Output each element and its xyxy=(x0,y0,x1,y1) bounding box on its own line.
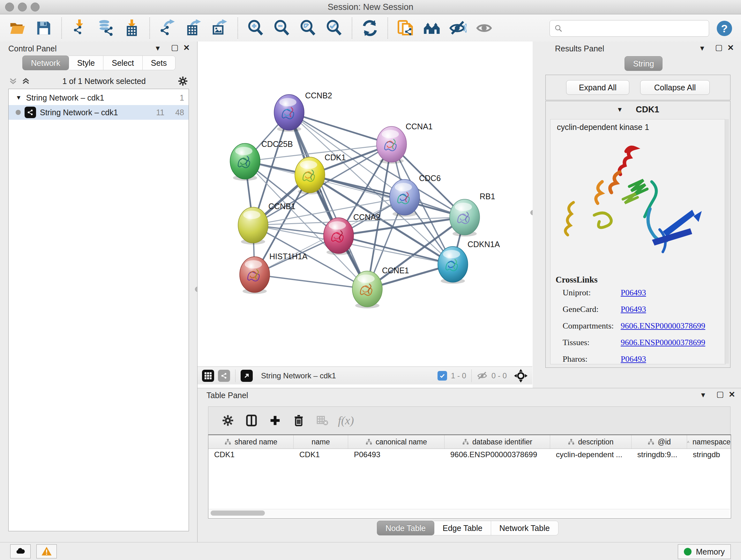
import-network-button[interactable] xyxy=(66,18,92,38)
export-network-button[interactable] xyxy=(154,18,181,38)
node-CCNB1[interactable]: CCNB1 xyxy=(238,202,295,245)
save-session-button[interactable] xyxy=(30,18,57,38)
results-panel-close-icon[interactable]: ✕ xyxy=(727,43,734,52)
crosslink-label: Uniprot: xyxy=(562,288,621,298)
column-header-namespace[interactable]: namespace xyxy=(687,435,731,449)
table-options-gear-icon[interactable] xyxy=(216,410,240,431)
edge-CCNB2-CCNA1[interactable] xyxy=(289,112,392,144)
crosslink-value[interactable]: 9606.ENSP00000378699 xyxy=(621,338,705,348)
crosslink-label: GeneCard: xyxy=(562,305,621,314)
function-builder-icon: f(x) xyxy=(334,410,358,431)
zoom-fit-button[interactable] xyxy=(295,18,321,38)
search-box[interactable] xyxy=(549,20,709,37)
crosslink-value[interactable]: P06493 xyxy=(621,354,646,364)
zoom-out-button[interactable] xyxy=(269,18,295,38)
zoom-selected-icon xyxy=(326,19,343,37)
create-column-icon[interactable] xyxy=(263,410,287,431)
tab-network-table[interactable]: Network Table xyxy=(491,521,558,536)
column-header-id[interactable]: @id xyxy=(631,435,687,449)
table-panel-close-icon[interactable]: ✕ xyxy=(729,390,735,399)
delete-column-trash-icon[interactable] xyxy=(287,410,311,431)
network-options-gear-icon[interactable] xyxy=(178,76,188,86)
grid-view-icon[interactable] xyxy=(202,370,214,382)
results-panel-menu-icon[interactable]: ▾ xyxy=(700,44,704,53)
tab-edge-table[interactable]: Edge Table xyxy=(434,521,491,536)
expand-all-icon[interactable] xyxy=(21,76,30,86)
table-row[interactable]: CDK1CDK1P064939606.ENSP00000378699cyclin… xyxy=(208,449,731,462)
table-panel-float-icon[interactable]: ▢ xyxy=(717,389,724,399)
network-row[interactable]: String Network – cdk1 11 48 xyxy=(9,105,189,120)
results-panel-float-icon[interactable]: ▢ xyxy=(715,43,723,52)
tab-sets[interactable]: Sets xyxy=(143,56,176,70)
crosslink-value[interactable]: 9606.ENSP00000378699 xyxy=(621,321,705,331)
control-panel-float-icon[interactable]: ▢ xyxy=(171,43,179,52)
open-session-button[interactable] xyxy=(4,18,30,38)
crosslink-value[interactable]: P06493 xyxy=(621,305,646,314)
node-label-CCNB1: CCNB1 xyxy=(268,202,295,211)
crosslinks-title: CrossLinks xyxy=(556,275,725,285)
memory-button[interactable]: Memory xyxy=(678,544,731,559)
tree-expand-icon[interactable]: ▼ xyxy=(16,94,22,101)
table-panel-title: Table Panel xyxy=(206,391,248,400)
crosslink-value[interactable]: P06493 xyxy=(621,288,646,298)
tab-network[interactable]: Network xyxy=(22,56,69,70)
column-header-canonicalname[interactable]: canonical name xyxy=(348,435,445,449)
show-all-button[interactable] xyxy=(471,18,497,38)
edge-CCNB2-CCNE1[interactable] xyxy=(289,112,367,289)
refresh-button[interactable] xyxy=(357,18,383,38)
control-panel-menu-icon[interactable]: ▾ xyxy=(156,44,160,53)
table-hscrollbar[interactable] xyxy=(209,509,730,517)
export-image-button[interactable] xyxy=(207,18,233,38)
table-panel-menu-icon[interactable]: ▾ xyxy=(701,390,705,399)
edge-HIST1H1A-CCNE1[interactable] xyxy=(255,274,367,289)
section-collapse-icon[interactable]: ▼ xyxy=(616,106,623,113)
column-header-name[interactable]: name xyxy=(293,435,348,449)
import-table-button[interactable] xyxy=(119,18,145,38)
help-button[interactable]: ? xyxy=(717,21,732,36)
node-label-CCNA1: CCNA1 xyxy=(406,122,433,131)
tab-style[interactable]: Style xyxy=(69,56,104,70)
column-header-sharedname[interactable]: shared name xyxy=(208,435,293,449)
zoom-in-icon xyxy=(247,19,264,37)
results-scrollbar[interactable] xyxy=(725,119,729,364)
network-graph[interactable]: CCNB2 CCNA1 CDC25B CDK1 CDC6 RB1 CCNB1 xyxy=(198,42,532,367)
node-CDKN1A[interactable]: CDKN1A xyxy=(438,240,500,284)
export-table-button[interactable] xyxy=(181,18,207,38)
warning-status-button[interactable] xyxy=(37,544,57,558)
node-label-CDKN1A: CDKN1A xyxy=(468,240,500,249)
expand-all-button[interactable]: Expand All xyxy=(566,80,629,95)
node-label-CCNE1: CCNE1 xyxy=(382,266,409,275)
show-columns-icon[interactable] xyxy=(240,410,263,431)
open-in-window-icon[interactable] xyxy=(241,370,253,382)
network-view-mode-icon[interactable] xyxy=(218,370,230,382)
search-input[interactable] xyxy=(566,23,704,33)
tab-select[interactable]: Select xyxy=(104,56,142,70)
zoom-in-button[interactable] xyxy=(243,18,269,38)
network-collection-row[interactable]: ▼ String Network – cdk1 1 xyxy=(9,90,189,105)
selected-items-icon[interactable] xyxy=(437,371,447,381)
control-panel-close-icon[interactable]: ✕ xyxy=(183,43,190,52)
table-header-row: shared namename canonical name database … xyxy=(208,435,731,449)
table-hscroll-thumb[interactable] xyxy=(211,510,265,516)
tab-string[interactable]: String xyxy=(624,56,663,71)
hide-selected-button[interactable] xyxy=(445,18,471,38)
column-header-databaseidentifier[interactable]: database identifier xyxy=(445,435,550,449)
node-CDC6[interactable]: CDC6 xyxy=(390,174,441,217)
node-CCNE1[interactable]: CCNE1 xyxy=(352,266,409,308)
toolbar-group xyxy=(388,17,502,39)
column-header-description[interactable]: description xyxy=(550,435,631,449)
copy-network-button[interactable] xyxy=(393,18,419,38)
tab-node-table[interactable]: Node Table xyxy=(377,521,434,536)
node-RB1[interactable]: RB1 xyxy=(450,192,495,237)
collapse-all-button[interactable]: Collapse All xyxy=(640,80,710,95)
cloud-status-button[interactable] xyxy=(10,544,30,558)
first-neighbors-button[interactable] xyxy=(419,18,445,38)
network-view[interactable]: CCNB2 CCNA1 CDC25B CDK1 CDC6 RB1 CCNB1 xyxy=(198,42,533,388)
birdseye-navigator-icon[interactable] xyxy=(514,369,528,383)
import-database-button[interactable] xyxy=(92,18,119,38)
collapse-all-icon[interactable] xyxy=(8,76,18,86)
node-table[interactable]: shared namename canonical name database … xyxy=(208,435,731,518)
zoom-selected-button[interactable] xyxy=(321,18,347,38)
node-HIST1H1A[interactable]: HIST1H1A xyxy=(240,252,308,294)
show-all-icon xyxy=(475,19,493,37)
